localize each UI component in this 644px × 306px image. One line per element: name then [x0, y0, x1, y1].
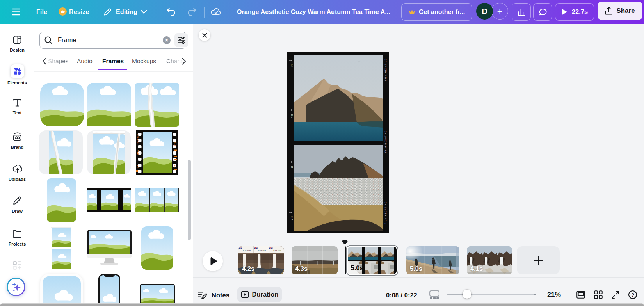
svg-text:14: 14 — [291, 166, 293, 168]
svg-text:ICELAND TRIP 17: ICELAND TRIP 17 — [274, 247, 281, 249]
svg-text:27A: 27A — [137, 150, 139, 155]
svg-text:ICELAND: ICELAND — [273, 249, 281, 251]
svg-text:14 A: 14 A — [291, 216, 293, 221]
svg-text:FILM NEGATIVE: FILM NEGATIVE — [384, 58, 387, 81]
svg-text:13 A: 13 A — [291, 114, 293, 118]
svg-text:ICELAND TRIP 17: ICELAND TRIP 17 — [259, 247, 267, 249]
svg-text:FILM NEGATIVE: FILM NEGATIVE — [384, 201, 387, 224]
svg-text:27: 27 — [137, 165, 139, 168]
svg-text:ICELAND: ICELAND — [258, 249, 265, 251]
svg-text:13: 13 — [291, 64, 293, 67]
svg-text:ICELAND: ICELAND — [243, 249, 250, 251]
svg-text:TRA 400: TRA 400 — [137, 134, 139, 144]
svg-text:ICELAND TRIP 17: ICELAND TRIP 17 — [244, 247, 251, 249]
svg-text:27: 27 — [174, 165, 176, 168]
svg-text:27A: 27A — [174, 141, 176, 146]
svg-text:FILM NEGATIVE: FILM NEGATIVE — [384, 130, 387, 153]
